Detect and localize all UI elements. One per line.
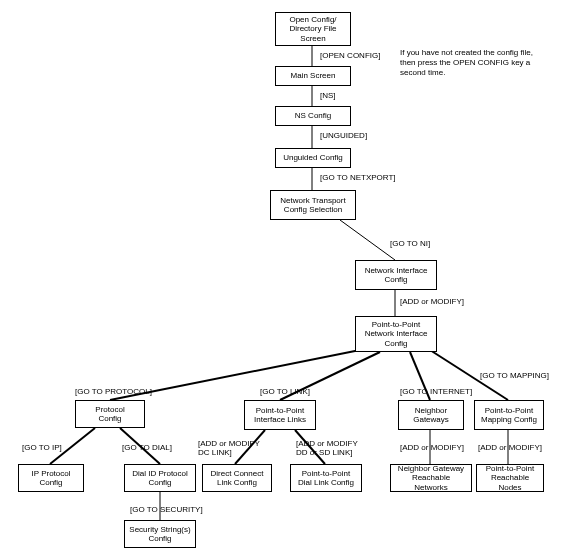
box-ip-protocol: IP Protocol Config [18,464,84,492]
lbl-go-security: [GO TO SECURITY] [130,506,203,515]
box-neighbor-gateways: Neighbor Gateways [398,400,464,430]
lbl-go-protocol: [GO TO PROTOCOL] [75,388,152,397]
lbl-add-modify3: [ADD or MODIFY] [478,444,542,453]
lbl-add-mod-dd: [ADD or MODIFY DD or SD LINK] [296,440,358,458]
lbl-add-modify: [ADD or MODIFY] [400,298,464,307]
lbl-add-modify2: [ADD or MODIFY] [400,444,464,453]
lbl-unguided: [UNGUIDED] [320,132,367,141]
box-ptp-mapping-config: Point-to-Point Mapping Config [474,400,544,430]
box-unguided-config: Unguided Config [275,148,351,168]
box-net-interface: Network Interface Config [355,260,437,290]
box-dial-id-protocol: Dial ID Protocol Config [124,464,196,492]
box-ptp-dial-link: Point-to-Point Dial Link Config [290,464,362,492]
box-security-strings: Security String(s) Config [124,520,196,548]
lbl-go-internet: [GO TO INTERNET] [400,388,472,397]
flowchart: If you have not created the config file,… [0,0,567,560]
lbl-ns: [NS] [320,92,336,101]
lbl-go-netxport: [GO TO NETXPORT] [320,174,396,183]
box-protocol-config: Protocol Config [75,400,145,428]
lbl-go-ip: [GO TO IP] [22,444,62,453]
box-open-config-dir: Open Config/ Directory File Screen [275,12,351,46]
box-ptp-net-interface: Point-to-Point Network Interface Config [355,316,437,352]
lbl-add-mod-dc: [ADD or MODIFY DC LINK] [198,440,260,458]
box-direct-connect: Direct Connect Link Config [202,464,272,492]
box-ptp-reachable: Point-to-Point Reachable Nodes [476,464,544,492]
box-ns-config: NS Config [275,106,351,126]
lbl-open-config: [OPEN CONFIG] [320,52,380,61]
lbl-go-link: [GO TO LINK] [260,388,310,397]
note-text: If you have not created the config file,… [400,48,550,78]
box-net-transport: Network Transport Config Selection [270,190,356,220]
lbl-go-mapping: [GO TO MAPPING] [480,372,549,381]
svg-line-4 [340,220,395,260]
box-ptp-interface-links: Point-to-Point Interface Links [244,400,316,430]
box-neighbor-gw-reach: Neighbor Gateway Reachable Networks [390,464,472,492]
lbl-go-dial: [GO TO DIAL] [122,444,172,453]
lbl-go-ni: [GO TO NI] [390,240,430,249]
box-main-screen: Main Screen [275,66,351,86]
